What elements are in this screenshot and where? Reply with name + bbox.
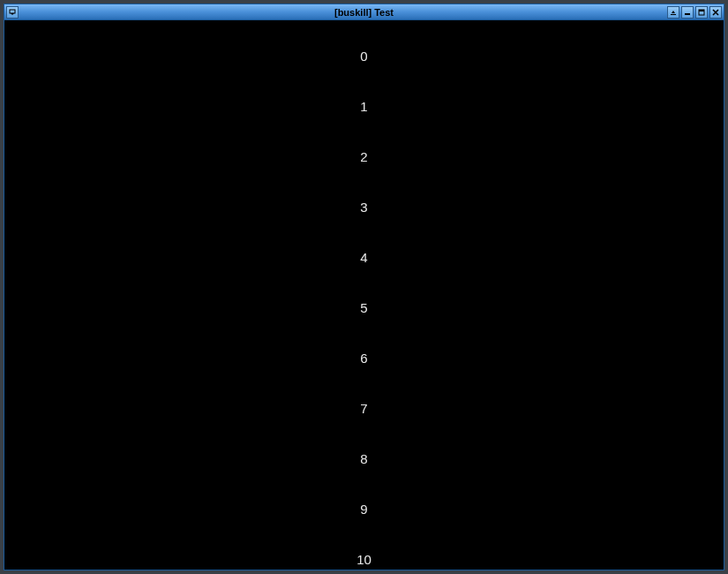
- list-item: 0: [360, 49, 367, 64]
- list-item: 6: [360, 351, 367, 366]
- list-item: 1: [360, 99, 367, 114]
- rollup-button[interactable]: [667, 6, 679, 19]
- titlebar[interactable]: [buskill] Test: [4, 4, 724, 20]
- list-item: 8: [360, 451, 367, 466]
- titlebar-right-controls: [667, 6, 724, 19]
- list-item: 2: [360, 149, 367, 164]
- minimize-icon: [684, 9, 691, 16]
- svg-rect-4: [699, 10, 704, 11]
- maximize-button[interactable]: [695, 6, 708, 19]
- close-icon: [712, 9, 719, 16]
- window-title: [buskill] Test: [334, 7, 394, 18]
- number-list: 0 1 2 3 4 5 6 7 8 9 10: [356, 49, 372, 567]
- list-item: 10: [356, 552, 372, 567]
- rollup-icon: [670, 9, 677, 16]
- minimize-button[interactable]: [681, 6, 694, 19]
- content-area: 0 1 2 3 4 5 6 7 8 9 10: [4, 20, 724, 570]
- app-window: [buskill] Test: [4, 4, 724, 570]
- titlebar-left-controls: [4, 6, 19, 19]
- list-item: 3: [360, 200, 367, 215]
- list-item: 9: [360, 502, 367, 517]
- list-item: 7: [360, 401, 367, 416]
- list-item: 4: [360, 250, 367, 265]
- list-item: 5: [360, 300, 367, 315]
- maximize-icon: [698, 9, 705, 16]
- close-button[interactable]: [709, 6, 722, 19]
- svg-rect-1: [671, 14, 676, 15]
- svg-rect-2: [685, 13, 690, 15]
- svg-rect-0: [10, 10, 15, 13]
- menu-icon: [9, 9, 16, 16]
- window-menu-button[interactable]: [6, 6, 19, 19]
